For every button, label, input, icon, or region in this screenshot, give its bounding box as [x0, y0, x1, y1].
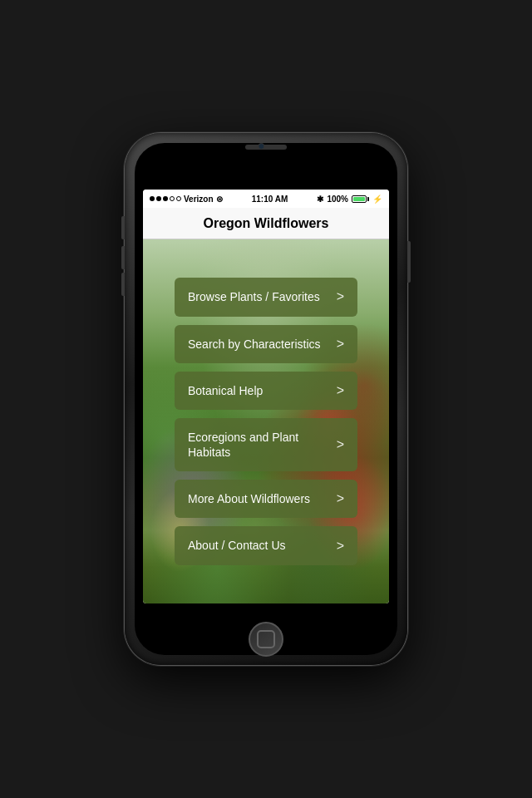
camera: [258, 143, 264, 150]
search-characteristics-button[interactable]: Search by Characteristics >: [175, 325, 357, 363]
charging-icon: ⚡: [372, 195, 382, 204]
nav-bar: Oregon Wildflowers: [143, 208, 389, 239]
battery-fill: [353, 197, 365, 201]
more-about-label: More About Wildflowers: [188, 491, 328, 506]
search-characteristics-label: Search by Characteristics: [188, 337, 328, 352]
bluetooth-icon: ✱: [317, 195, 323, 204]
app-title: Oregon Wildflowers: [204, 216, 329, 231]
screen: Verizon ⊜ 11:10 AM ✱ 100% ⚡: [143, 190, 389, 603]
status-right: ✱ 100% ⚡: [317, 195, 382, 204]
more-about-chevron: >: [337, 491, 344, 506]
ecoregions-label: Ecoregions and Plant Habitats: [188, 430, 328, 460]
status-left: Verizon ⊜: [150, 195, 223, 204]
wifi-icon: ⊜: [216, 195, 223, 204]
dot-2: [156, 196, 161, 201]
home-button-inner: [257, 630, 275, 648]
signal-dots: [150, 196, 181, 201]
battery-indicator: [352, 195, 369, 203]
status-bar: Verizon ⊜ 11:10 AM ✱ 100% ⚡: [143, 190, 389, 208]
browse-plants-label: Browse Plants / Favorites: [188, 289, 328, 304]
phone-inner: Verizon ⊜ 11:10 AM ✱ 100% ⚡: [135, 143, 397, 655]
botanical-help-label: Botanical Help: [188, 383, 328, 398]
home-button[interactable]: [249, 622, 283, 657]
about-contact-chevron: >: [337, 539, 344, 554]
botanical-help-button[interactable]: Botanical Help >: [175, 372, 357, 410]
main-content: Browse Plants / Favorites > Search by Ch…: [143, 239, 389, 603]
browse-plants-chevron: >: [337, 289, 344, 304]
ecoregions-button[interactable]: Ecoregions and Plant Habitats >: [175, 418, 357, 471]
botanical-help-chevron: >: [337, 383, 344, 398]
time-label: 11:10 AM: [252, 195, 288, 204]
menu-container: Browse Plants / Favorites > Search by Ch…: [143, 239, 389, 603]
search-characteristics-chevron: >: [337, 337, 344, 352]
battery-body: [352, 195, 367, 203]
dot-4: [170, 196, 175, 201]
more-about-button[interactable]: More About Wildflowers >: [175, 480, 357, 518]
dot-1: [150, 196, 155, 201]
ecoregions-chevron: >: [337, 437, 344, 452]
speaker: [245, 145, 287, 150]
about-contact-button[interactable]: About / Contact Us >: [175, 526, 357, 564]
about-contact-label: About / Contact Us: [188, 538, 328, 553]
battery-tip: [367, 197, 369, 201]
battery-percent: 100%: [327, 195, 348, 204]
dot-5: [176, 196, 181, 201]
phone-frame: Verizon ⊜ 11:10 AM ✱ 100% ⚡: [125, 133, 407, 665]
dot-3: [163, 196, 168, 201]
carrier-label: Verizon: [184, 195, 214, 204]
browse-plants-button[interactable]: Browse Plants / Favorites >: [175, 278, 357, 316]
